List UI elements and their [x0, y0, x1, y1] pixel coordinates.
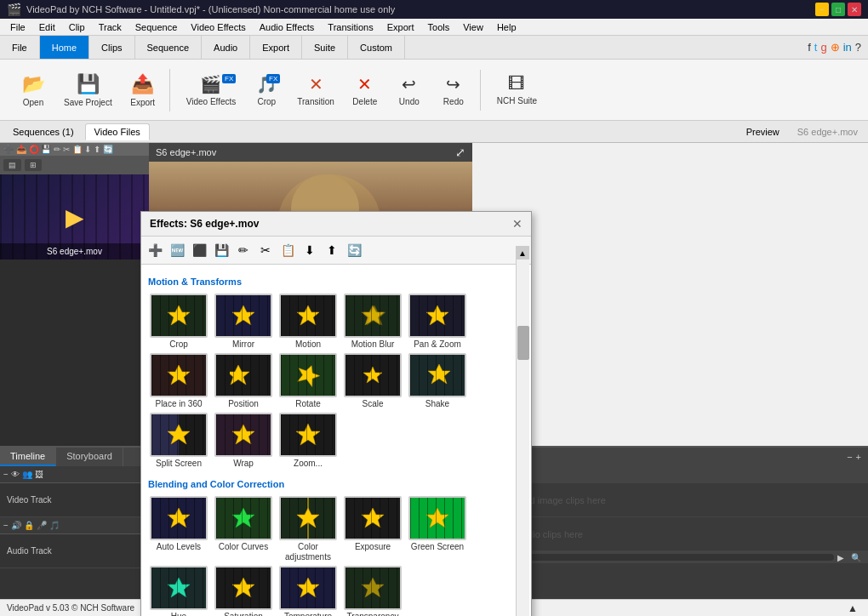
social-icon-google[interactable]: g	[820, 41, 826, 54]
dialog-tool-edit[interactable]: ✏	[233, 240, 254, 260]
scroll-up-btn[interactable]: ▲	[516, 246, 529, 260]
video-effects-button[interactable]: 🎬 FX Video Effects	[179, 70, 244, 111]
tab-home[interactable]: Home	[40, 36, 89, 59]
audio-ctrl-mic[interactable]: 🎤	[37, 521, 47, 530]
dialog-tool-refresh[interactable]: 🔄	[344, 240, 364, 260]
menu-video-effects[interactable]: Video Effects	[184, 20, 252, 34]
panel-add-btn[interactable]: ➕	[3, 145, 14, 154]
transition-button[interactable]: ✕ Transition	[289, 70, 342, 111]
menu-file[interactable]: File	[3, 20, 32, 34]
small-icon-1[interactable]: ▤	[3, 159, 21, 171]
dialog-tool-new[interactable]: 🆕	[167, 240, 187, 260]
preview-expand-btn[interactable]: ⤢	[455, 145, 465, 159]
effect-exposure[interactable]: Exposure	[342, 496, 403, 562]
undo-button[interactable]: ↩ Undo	[388, 70, 431, 111]
menu-tools[interactable]: Tools	[421, 20, 457, 34]
effect-wrap[interactable]: Wrap	[213, 413, 274, 469]
dialog-tool-up[interactable]: ⬆	[322, 240, 342, 260]
storyboard-tab[interactable]: Storyboard	[56, 448, 123, 466]
menu-sequence[interactable]: Sequence	[128, 20, 185, 34]
effect-temperature[interactable]: Temperature	[277, 566, 339, 616]
audio-effects-button[interactable]: 🎵 FX Crop	[245, 70, 288, 111]
tl-ctrl-people[interactable]: 👥	[22, 470, 32, 479]
tab-video-files[interactable]: Video Files	[85, 123, 150, 140]
social-icon-fb[interactable]: f	[808, 41, 811, 54]
effect-motion-blur[interactable]: Motion Blur	[342, 294, 403, 350]
help-icon[interactable]: ?	[855, 41, 861, 54]
panel-up-btn[interactable]: ⬆	[94, 145, 100, 154]
small-icon-2[interactable]: ⊞	[25, 159, 42, 171]
panel-import-btn[interactable]: 📥	[16, 145, 26, 154]
panel-copy-btn[interactable]: 📋	[72, 145, 83, 154]
effect-saturation[interactable]: Saturation	[213, 566, 274, 616]
open-button[interactable]: 📂 Open	[12, 69, 54, 111]
dialog-tool-down[interactable]: ⬇	[300, 240, 320, 260]
scroll-right-btn[interactable]: ▶	[834, 553, 848, 562]
redo-button[interactable]: ↪ Redo	[432, 70, 475, 111]
tl-ctrl-eye[interactable]: 👁	[11, 470, 20, 479]
effect-motion[interactable]: Motion	[277, 294, 339, 350]
tl-zoom-out[interactable]: −	[847, 452, 852, 462]
social-icon-twitter[interactable]: t	[814, 41, 818, 54]
minimize-button[interactable]: −	[815, 3, 829, 16]
effect-crop[interactable]: Crop	[148, 294, 209, 350]
nch-suite-button[interactable]: 🎞 NCH Suite	[489, 70, 545, 110]
save-project-button[interactable]: 💾 Save Project	[56, 69, 120, 111]
audio-ctrl-lock[interactable]: 🔒	[24, 521, 34, 530]
panel-edit-btn[interactable]: ✏	[54, 145, 60, 154]
tab-audio[interactable]: Audio	[202, 36, 250, 59]
dialog-tool-select[interactable]: ⬛	[189, 240, 209, 260]
tab-suite[interactable]: Suite	[302, 36, 348, 59]
audio-ctrl-music[interactable]: 🎵	[49, 521, 60, 530]
menu-export[interactable]: Export	[380, 20, 421, 34]
effect-place-360[interactable]: Place in 360	[148, 353, 209, 409]
effect-hue[interactable]: Hue	[148, 566, 209, 616]
tl-zoom-in[interactable]: +	[856, 452, 861, 462]
effect-mirror[interactable]: Mirror	[213, 294, 274, 350]
effect-shake[interactable]: Shake	[407, 353, 468, 409]
menu-transitions[interactable]: Transitions	[321, 20, 380, 34]
status-up-btn[interactable]: ▲	[848, 602, 858, 614]
tab-preview[interactable]: Preview	[737, 123, 789, 140]
video-thumbnail[interactable]: ▶ S6 edge+.mov	[0, 174, 149, 260]
tab-file[interactable]: File	[0, 36, 40, 59]
panel-record-btn[interactable]: ⭕	[29, 145, 39, 154]
effect-zoom[interactable]: Zoom...	[277, 413, 339, 469]
effect-green-screen[interactable]: Green Screen	[407, 496, 468, 562]
effect-scale[interactable]: Scale	[342, 353, 403, 409]
effect-split-screen[interactable]: Split Screen	[148, 413, 209, 469]
menu-edit[interactable]: Edit	[32, 20, 62, 34]
tl-ctrl-image[interactable]: 🖼	[35, 470, 43, 479]
panel-save-btn[interactable]: 💾	[41, 145, 51, 154]
export-button[interactable]: 📤 Export	[122, 69, 164, 111]
menu-help[interactable]: Help	[490, 20, 523, 34]
dialog-tool-cut[interactable]: ✂	[255, 240, 276, 260]
dialog-tool-save[interactable]: 💾	[211, 240, 231, 260]
tl-ctrl-minus[interactable]: −	[3, 470, 9, 479]
audio-ctrl-speaker[interactable]: 🔊	[11, 521, 21, 530]
social-icon-linkedin[interactable]: in	[843, 41, 852, 54]
panel-refresh-btn[interactable]: 🔄	[103, 145, 113, 154]
social-icon-rss[interactable]: ⊕	[831, 41, 840, 54]
effect-pan-zoom[interactable]: Pan & Zoom	[407, 294, 468, 350]
audio-ctrl-minus[interactable]: −	[3, 521, 9, 530]
menu-view[interactable]: View	[456, 20, 490, 34]
scroll-thumb[interactable]	[517, 326, 529, 360]
tab-custom[interactable]: Custom	[348, 36, 405, 59]
close-button[interactable]: ✕	[848, 3, 861, 16]
tab-sequences[interactable]: Sequences (1)	[3, 123, 83, 140]
zoom-slider[interactable]: 🔍	[848, 553, 865, 562]
effect-color-adj[interactable]: Color adjustments	[277, 496, 339, 562]
tab-clips[interactable]: Clips	[89, 36, 134, 59]
effect-transparency[interactable]: Transparency	[342, 566, 403, 616]
dialog-close-button[interactable]: ✕	[512, 217, 523, 231]
tab-export[interactable]: Export	[250, 36, 302, 59]
timeline-tab[interactable]: Timeline	[0, 448, 56, 466]
maximize-button[interactable]: □	[831, 3, 845, 16]
delete-button[interactable]: ✕ Delete	[344, 70, 386, 111]
menu-clip[interactable]: Clip	[62, 20, 92, 34]
effect-color-curves[interactable]: Color Curves	[213, 496, 274, 562]
dialog-tool-add[interactable]: ➕	[145, 240, 165, 260]
effect-rotate[interactable]: Rotate	[277, 353, 339, 409]
tab-sequence[interactable]: Sequence	[135, 36, 203, 59]
